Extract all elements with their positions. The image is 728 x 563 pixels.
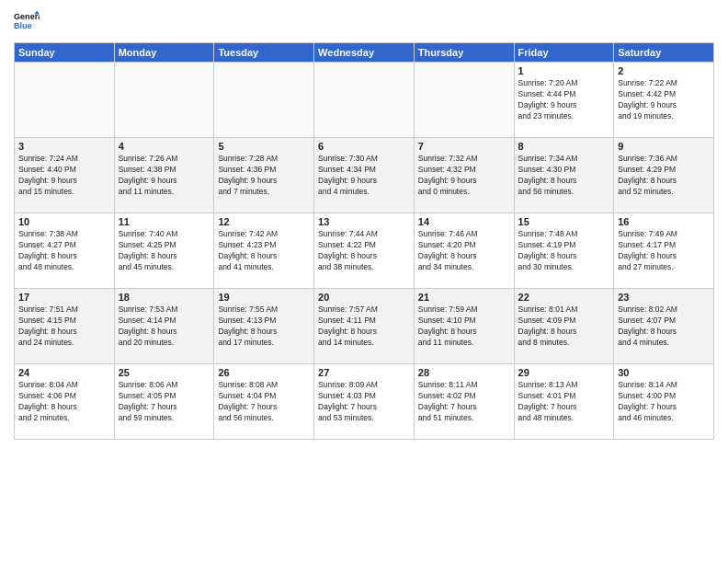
day-cell: 5Sunrise: 7:28 AM Sunset: 4:36 PM Daylig… [214,138,314,213]
day-cell: 1Sunrise: 7:20 AM Sunset: 4:44 PM Daylig… [514,63,614,138]
day-info: Sunrise: 7:53 AM Sunset: 4:14 PM Dayligh… [119,304,210,349]
day-info: Sunrise: 7:32 AM Sunset: 4:32 PM Dayligh… [418,154,510,198]
day-cell: 24Sunrise: 8:04 AM Sunset: 4:06 PM Dayli… [15,364,115,440]
day-cell: 4Sunrise: 7:26 AM Sunset: 4:38 PM Daylig… [114,138,214,213]
day-number: 17 [18,292,110,303]
day-cell: 18Sunrise: 7:53 AM Sunset: 4:14 PM Dayli… [114,289,214,364]
day-cell: 26Sunrise: 8:08 AM Sunset: 4:04 PM Dayli… [214,364,314,440]
day-number: 2 [618,65,710,76]
day-info: Sunrise: 7:34 AM Sunset: 4:30 PM Dayligh… [518,154,610,198]
day-cell: 2Sunrise: 7:22 AM Sunset: 4:42 PM Daylig… [614,63,714,138]
day-cell: 17Sunrise: 7:51 AM Sunset: 4:15 PM Dayli… [15,289,115,364]
day-number: 8 [518,141,610,152]
day-number: 18 [119,292,210,303]
day-info: Sunrise: 8:14 AM Sunset: 4:00 PM Dayligh… [618,380,710,424]
day-cell: 20Sunrise: 7:57 AM Sunset: 4:11 PM Dayli… [314,289,415,364]
day-cell: 21Sunrise: 7:59 AM Sunset: 4:10 PM Dayli… [414,289,514,364]
day-info: Sunrise: 7:46 AM Sunset: 4:20 PM Dayligh… [418,229,510,273]
day-info: Sunrise: 7:20 AM Sunset: 4:44 PM Dayligh… [518,78,610,122]
week-row-1: 1Sunrise: 7:20 AM Sunset: 4:44 PM Daylig… [15,63,714,138]
day-info: Sunrise: 7:57 AM Sunset: 4:11 PM Dayligh… [318,304,410,349]
header: General Blue [14,9,714,35]
col-header-friday: Friday [514,43,614,63]
day-number: 5 [218,141,310,152]
day-cell: 7Sunrise: 7:32 AM Sunset: 4:32 PM Daylig… [414,138,514,213]
day-number: 6 [318,141,410,152]
day-number: 28 [418,367,510,378]
page: General Blue SundayMondayTuesdayWednesda… [0,0,728,563]
day-number: 30 [618,367,710,378]
day-cell: 28Sunrise: 8:11 AM Sunset: 4:02 PM Dayli… [414,364,514,440]
day-info: Sunrise: 7:59 AM Sunset: 4:10 PM Dayligh… [418,304,510,349]
day-number: 10 [18,216,110,227]
day-cell: 15Sunrise: 7:48 AM Sunset: 4:19 PM Dayli… [514,213,614,289]
col-header-saturday: Saturday [614,43,714,63]
day-cell [414,63,514,138]
day-cell: 23Sunrise: 8:02 AM Sunset: 4:07 PM Dayli… [614,289,714,364]
day-info: Sunrise: 8:08 AM Sunset: 4:04 PM Dayligh… [218,380,310,424]
col-header-monday: Monday [114,43,214,63]
day-cell: 19Sunrise: 7:55 AM Sunset: 4:13 PM Dayli… [214,289,314,364]
day-info: Sunrise: 8:02 AM Sunset: 4:07 PM Dayligh… [618,304,710,349]
day-cell: 25Sunrise: 8:06 AM Sunset: 4:05 PM Dayli… [114,364,214,440]
day-number: 13 [318,216,410,227]
day-info: Sunrise: 7:22 AM Sunset: 4:42 PM Dayligh… [618,78,710,122]
day-cell: 6Sunrise: 7:30 AM Sunset: 4:34 PM Daylig… [314,138,415,213]
day-number: 11 [119,216,210,227]
day-info: Sunrise: 7:36 AM Sunset: 4:29 PM Dayligh… [618,154,710,198]
day-number: 29 [518,367,610,378]
col-header-tuesday: Tuesday [214,43,314,63]
day-info: Sunrise: 7:51 AM Sunset: 4:15 PM Dayligh… [18,304,110,349]
week-row-5: 24Sunrise: 8:04 AM Sunset: 4:06 PM Dayli… [15,364,714,440]
day-cell: 30Sunrise: 8:14 AM Sunset: 4:00 PM Dayli… [614,364,714,440]
day-info: Sunrise: 7:26 AM Sunset: 4:38 PM Dayligh… [119,154,210,198]
day-number: 9 [618,141,710,152]
col-header-thursday: Thursday [414,43,514,63]
day-number: 16 [618,216,710,227]
day-info: Sunrise: 7:55 AM Sunset: 4:13 PM Dayligh… [218,304,310,349]
day-cell: 10Sunrise: 7:38 AM Sunset: 4:27 PM Dayli… [15,213,115,289]
day-info: Sunrise: 7:42 AM Sunset: 4:23 PM Dayligh… [218,229,310,273]
col-header-wednesday: Wednesday [314,43,415,63]
svg-text:Blue: Blue [14,21,32,30]
day-info: Sunrise: 8:04 AM Sunset: 4:06 PM Dayligh… [18,380,110,424]
day-cell [15,63,115,138]
day-cell: 29Sunrise: 8:13 AM Sunset: 4:01 PM Dayli… [514,364,614,440]
week-row-2: 3Sunrise: 7:24 AM Sunset: 4:40 PM Daylig… [15,138,714,213]
day-info: Sunrise: 7:30 AM Sunset: 4:34 PM Dayligh… [318,154,410,198]
day-number: 23 [618,292,710,303]
day-info: Sunrise: 7:48 AM Sunset: 4:19 PM Dayligh… [518,229,610,273]
week-row-4: 17Sunrise: 7:51 AM Sunset: 4:15 PM Dayli… [15,289,714,364]
day-number: 12 [218,216,310,227]
day-info: Sunrise: 8:09 AM Sunset: 4:03 PM Dayligh… [318,380,410,424]
day-cell: 11Sunrise: 7:40 AM Sunset: 4:25 PM Dayli… [114,213,214,289]
logo: General Blue [14,9,43,35]
day-cell: 22Sunrise: 8:01 AM Sunset: 4:09 PM Dayli… [514,289,614,364]
day-cell: 3Sunrise: 7:24 AM Sunset: 4:40 PM Daylig… [15,138,115,213]
day-cell: 14Sunrise: 7:46 AM Sunset: 4:20 PM Dayli… [414,213,514,289]
day-cell: 16Sunrise: 7:49 AM Sunset: 4:17 PM Dayli… [614,213,714,289]
day-number: 24 [18,367,110,378]
week-row-3: 10Sunrise: 7:38 AM Sunset: 4:27 PM Dayli… [15,213,714,289]
day-info: Sunrise: 7:38 AM Sunset: 4:27 PM Dayligh… [18,229,110,273]
day-cell: 9Sunrise: 7:36 AM Sunset: 4:29 PM Daylig… [614,138,714,213]
day-info: Sunrise: 7:24 AM Sunset: 4:40 PM Dayligh… [18,154,110,198]
day-number: 26 [218,367,310,378]
day-info: Sunrise: 7:40 AM Sunset: 4:25 PM Dayligh… [119,229,210,273]
day-number: 3 [18,141,110,152]
day-number: 4 [119,141,210,152]
day-number: 14 [418,216,510,227]
day-info: Sunrise: 8:13 AM Sunset: 4:01 PM Dayligh… [518,380,610,424]
day-number: 20 [318,292,410,303]
day-number: 15 [518,216,610,227]
day-cell [314,63,415,138]
day-info: Sunrise: 8:01 AM Sunset: 4:09 PM Dayligh… [518,304,610,349]
day-info: Sunrise: 8:11 AM Sunset: 4:02 PM Dayligh… [418,380,510,424]
day-cell: 8Sunrise: 7:34 AM Sunset: 4:30 PM Daylig… [514,138,614,213]
day-cell: 13Sunrise: 7:44 AM Sunset: 4:22 PM Dayli… [314,213,415,289]
day-number: 22 [518,292,610,303]
logo-icon: General Blue [14,9,40,35]
day-number: 25 [119,367,210,378]
calendar: SundayMondayTuesdayWednesdayThursdayFrid… [14,42,714,440]
day-cell [214,63,314,138]
